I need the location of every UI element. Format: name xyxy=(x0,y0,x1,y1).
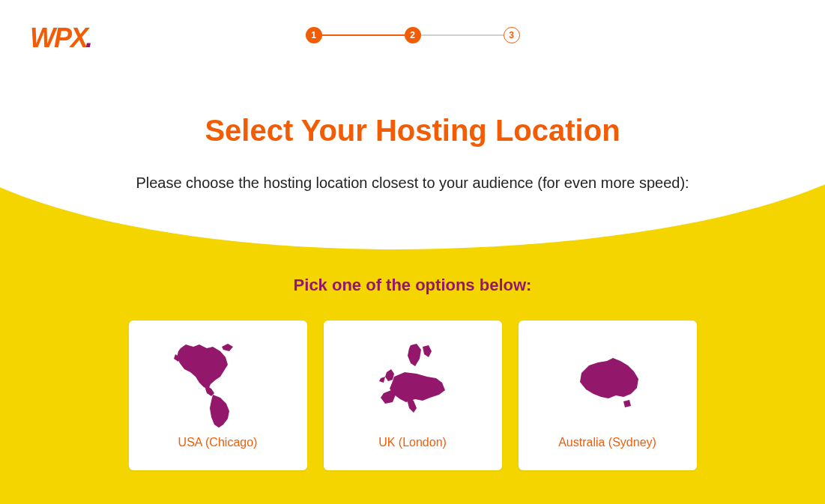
option-label: USA (Chicago) xyxy=(178,436,258,449)
europe-map-icon xyxy=(364,336,462,436)
step-line-2-3 xyxy=(421,34,504,36)
option-uk-london[interactable]: UK (London) xyxy=(324,321,502,470)
step-3[interactable]: 3 xyxy=(504,27,520,43)
options-title: Pick one of the options below: xyxy=(0,276,825,295)
step-number: 2 xyxy=(410,30,415,40)
page-header: WPX . 1 2 3 xyxy=(0,0,825,54)
step-number: 3 xyxy=(509,30,514,40)
options-row: USA (Chicago) UK (L xyxy=(0,321,825,470)
option-label: UK (London) xyxy=(378,436,447,449)
progress-stepper: 1 2 3 xyxy=(306,27,520,43)
hero-section: Select Your Hosting Location Please choo… xyxy=(0,114,825,192)
wpx-logo[interactable]: WPX . xyxy=(30,22,91,54)
americas-map-icon xyxy=(169,336,267,436)
step-2[interactable]: 2 xyxy=(405,27,421,43)
options-section: Pick one of the options below: USA (Chic… xyxy=(0,276,825,470)
page-title: Select Your Hosting Location xyxy=(0,114,825,148)
option-usa-chicago[interactable]: USA (Chicago) xyxy=(129,321,307,470)
logo-dot: . xyxy=(85,22,91,54)
option-label: Australia (Sydney) xyxy=(558,436,656,449)
step-number: 1 xyxy=(311,30,316,40)
australia-map-icon xyxy=(566,336,649,436)
option-australia-sydney[interactable]: Australia (Sydney) xyxy=(519,321,697,470)
step-line-1-2 xyxy=(322,34,405,36)
page-subtitle: Please choose the hosting location close… xyxy=(0,174,825,192)
step-1[interactable]: 1 xyxy=(306,27,322,43)
logo-text: WPX xyxy=(30,22,87,54)
